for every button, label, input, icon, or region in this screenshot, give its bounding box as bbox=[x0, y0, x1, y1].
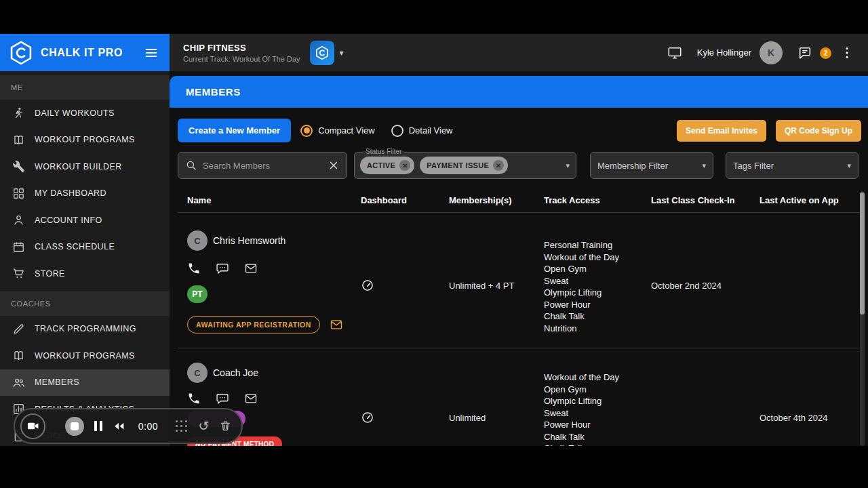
sidebar-item-class-schedule[interactable]: CLASS SCHEDULE bbox=[0, 234, 170, 261]
track-item: Power Hour bbox=[544, 299, 642, 311]
gym-logo-button[interactable] bbox=[310, 41, 334, 65]
last-active-value: October 4th 2024 bbox=[760, 413, 861, 423]
chat-icon[interactable] bbox=[797, 45, 812, 60]
sidebar-item-workout-programs[interactable]: WORKOUT PROGRAMS bbox=[0, 127, 170, 154]
status-filter[interactable]: Status Filter ACTIVE ✕ PAYMENT ISSUE ✕ ▾ bbox=[354, 152, 576, 179]
status-filter-label: Status Filter bbox=[363, 148, 404, 155]
status-chip-active[interactable]: ACTIVE ✕ bbox=[360, 157, 414, 174]
sidebar-header: CHALK IT PRO bbox=[0, 34, 170, 71]
track-item: Sweat bbox=[544, 407, 642, 420]
track-item: Sweat bbox=[544, 275, 642, 287]
book-icon bbox=[12, 349, 25, 362]
qr-code-signup-button[interactable]: QR Code Sign Up bbox=[776, 120, 861, 142]
remove-chip-icon[interactable]: ✕ bbox=[493, 160, 504, 171]
track-item: Workout of the Day bbox=[544, 371, 642, 384]
status-chip-payment-issue[interactable]: PAYMENT ISSUE ✕ bbox=[420, 157, 508, 174]
membership-filter-label: Membership Filter bbox=[597, 161, 668, 171]
membership-value: Unlimited + 4 PT bbox=[449, 281, 534, 291]
sidebar-item-coach-workout-programs[interactable]: WORKOUT PROGRAMS bbox=[0, 342, 170, 369]
sidebar-item-label: TRACK PROGRAMMING bbox=[35, 324, 136, 333]
track-item: Chalk Talk bbox=[544, 310, 642, 323]
membership-cell: Unlimited + 4 PT bbox=[439, 230, 534, 334]
sidebar-item-track-programming[interactable]: TRACK PROGRAMMING bbox=[0, 316, 170, 343]
pt-tag-badge: PT bbox=[187, 285, 208, 303]
pause-recording-button[interactable] bbox=[94, 421, 102, 431]
notification-count-badge: 2 bbox=[820, 47, 831, 59]
scrollbar-thumb[interactable] bbox=[860, 192, 865, 314]
drag-handle-icon[interactable] bbox=[176, 420, 188, 432]
table-row: C Chris Hemsworth PT AWAITING APP REGIST… bbox=[178, 213, 861, 348]
restart-recording-icon[interactable]: ↺ bbox=[198, 420, 209, 432]
phone-icon[interactable] bbox=[187, 392, 201, 405]
track-item: Power Hour bbox=[544, 419, 642, 431]
mail-icon[interactable] bbox=[244, 262, 258, 275]
remove-chip-icon[interactable]: ✕ bbox=[399, 160, 410, 171]
chevron-down-icon[interactable]: ▾ bbox=[566, 161, 570, 170]
speedometer-icon[interactable] bbox=[361, 411, 374, 424]
clear-search-icon[interactable] bbox=[328, 159, 340, 171]
sms-icon[interactable] bbox=[216, 392, 229, 405]
chevron-down-icon: ▾ bbox=[847, 161, 851, 170]
sidebar-item-account-info[interactable]: ACCOUNT INFO bbox=[0, 207, 170, 234]
top-bar: CHIP FITNESS Current Track: Workout Of T… bbox=[170, 34, 868, 71]
kebab-menu-icon[interactable] bbox=[840, 45, 854, 60]
send-email-invites-button[interactable]: Send Email Invites bbox=[677, 120, 766, 142]
compact-view-radio[interactable] bbox=[300, 125, 313, 137]
pencil-icon bbox=[12, 323, 25, 336]
sidebar-item-label: WORKOUT PROGRAMS bbox=[35, 135, 135, 144]
tags-filter-label: Tags Filter bbox=[733, 161, 774, 171]
compact-view-option[interactable]: Compact View bbox=[300, 125, 382, 137]
user-avatar[interactable]: K bbox=[760, 41, 783, 64]
last-checkin-cell: October 2nd 2024 bbox=[642, 230, 750, 334]
detail-view-option[interactable]: Detail View bbox=[391, 125, 460, 137]
sidebar-item-store[interactable]: STORE bbox=[0, 260, 170, 287]
trash-icon[interactable] bbox=[219, 420, 232, 432]
track-item: Nutrition bbox=[544, 323, 642, 335]
track-access-cell: Personal Training Workout of the Day Ope… bbox=[534, 230, 642, 334]
resend-invite-mail-icon[interactable] bbox=[330, 318, 343, 331]
dashboard-cell bbox=[351, 230, 439, 334]
mail-icon[interactable] bbox=[244, 392, 258, 405]
track-item: Chalk Talk bbox=[544, 443, 642, 446]
column-header-name: Name bbox=[178, 195, 351, 205]
stop-recording-button[interactable] bbox=[65, 417, 83, 436]
sidebar-item-label: WORKOUT BUILDER bbox=[35, 162, 122, 171]
sidebar-item-workout-builder[interactable]: WORKOUT BUILDER bbox=[0, 153, 170, 180]
sidebar-section-coaches: COACHES bbox=[0, 291, 170, 316]
current-track-label: Current Track: Workout Of The Day bbox=[183, 55, 300, 63]
member-name[interactable]: Chris Hemsworth bbox=[213, 235, 285, 246]
membership-cell: Unlimited bbox=[439, 363, 534, 446]
membership-filter-select[interactable]: Membership Filter ▾ bbox=[590, 152, 713, 179]
rewind-icon[interactable] bbox=[113, 420, 126, 433]
book-icon bbox=[12, 134, 25, 146]
person-icon bbox=[12, 214, 25, 226]
table-row: C Coach Joe NO PAYMENT METHOD Unlimite bbox=[178, 348, 861, 446]
video-camera-button[interactable] bbox=[20, 413, 45, 439]
hamburger-menu-icon[interactable] bbox=[144, 45, 159, 60]
sidebar-item-members[interactable]: MEMBERS bbox=[0, 369, 170, 396]
phone-icon[interactable] bbox=[187, 262, 201, 275]
table-scrollbar[interactable] bbox=[860, 191, 865, 446]
create-member-button[interactable]: Create a New Member bbox=[178, 119, 291, 142]
sms-icon[interactable] bbox=[216, 262, 229, 275]
sidebar-section-me: ME bbox=[0, 75, 170, 100]
awaiting-registration-badge: AWAITING APP REGISTRATION bbox=[187, 316, 320, 333]
compact-view-label: Compact View bbox=[318, 125, 375, 136]
member-name[interactable]: Coach Joe bbox=[213, 367, 258, 378]
display-icon[interactable] bbox=[667, 45, 682, 60]
sidebar-item-daily-workouts[interactable]: DAILY WORKOUTS bbox=[0, 100, 170, 127]
detail-view-radio[interactable] bbox=[391, 125, 403, 137]
track-item: Chalk Talk bbox=[544, 431, 642, 443]
sidebar-item-label: DAILY WORKOUTS bbox=[35, 108, 115, 118]
chevron-down-icon[interactable]: ▾ bbox=[340, 48, 344, 58]
speedometer-icon[interactable] bbox=[361, 279, 374, 292]
sidebar-item-my-dashboard[interactable]: MY DASHBOARD bbox=[0, 180, 170, 207]
tags-filter-select[interactable]: Tags Filter ▾ bbox=[726, 152, 859, 179]
sidebar-item-label: STORE bbox=[35, 269, 65, 279]
search-input[interactable] bbox=[203, 161, 322, 171]
sidebar-item-label: MY DASHBOARD bbox=[35, 188, 106, 198]
gym-info: CHIP FITNESS Current Track: Workout Of T… bbox=[183, 43, 300, 63]
sidebar-item-label: WORKOUT PROGRAMS bbox=[35, 351, 135, 361]
screen-recorder-toolbar: 0:00 ↺ bbox=[14, 408, 243, 444]
chevron-down-icon: ▾ bbox=[702, 161, 706, 170]
